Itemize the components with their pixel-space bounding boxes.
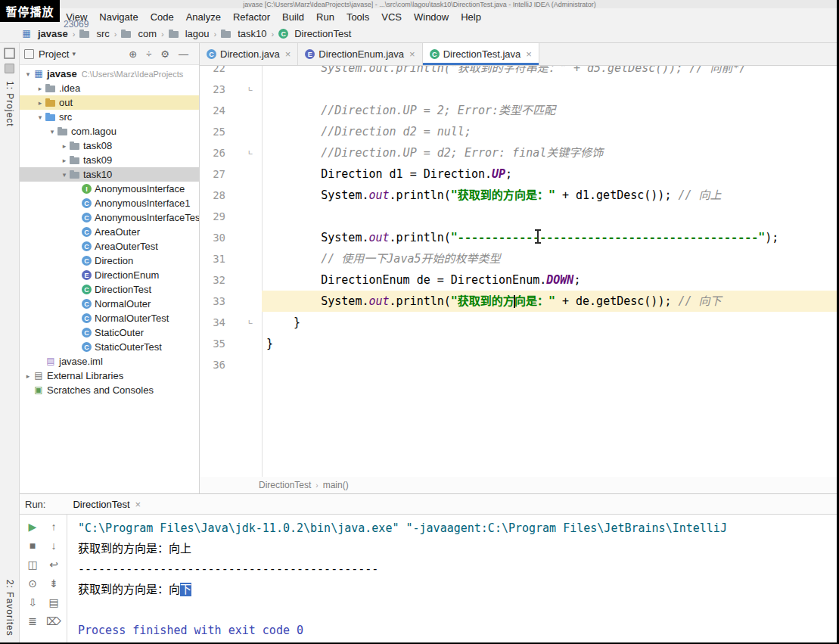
locate-file-icon[interactable]: ⊕ [129, 49, 137, 59]
editor-tab-direction-java[interactable]: CDirection.java× [200, 43, 298, 65]
menu-window[interactable]: Window [408, 11, 455, 23]
tree-item-directionenum[interactable]: EDirectionEnum [20, 268, 199, 282]
tree-item-normaloutertest[interactable]: CNormalOuterTest [20, 311, 199, 325]
chevron-down-icon[interactable]: ▾ [72, 50, 76, 58]
tree-item-anonymousinterface1[interactable]: CAnonymousInterface1 [20, 196, 199, 210]
tree-item-src[interactable]: ▾src [20, 110, 199, 124]
code-line[interactable]: 25 //Direction d2 = null; [200, 121, 839, 142]
breadcrumb-directiontest[interactable]: CDirectionTest [278, 28, 351, 39]
code-line[interactable]: 24 //Direction.UP = 2; Error:类型不匹配 [200, 100, 839, 121]
run-tab-directiontest[interactable]: DirectionTest × [68, 494, 145, 514]
code-line[interactable]: 23∟ [200, 79, 839, 100]
up-stack-trace-button[interactable]: ↑ [51, 521, 57, 533]
menu-navigate[interactable]: Navigate [93, 11, 144, 23]
run-console[interactable]: "C:\Program Files\Java\jdk-11.0.2\bin\ja… [67, 515, 839, 644]
scroll-to-end-button[interactable]: ⇟ [49, 577, 58, 590]
tree-expand-arrow-icon[interactable]: ▸ [59, 142, 70, 150]
tree-item-direction[interactable]: CDirection [20, 254, 199, 268]
tree-item-com-lagou[interactable]: ▾com.lagou [20, 124, 199, 138]
settings-gear-icon[interactable]: ⚙ [160, 49, 169, 59]
rerun-button[interactable]: ▶ [29, 521, 37, 533]
menu-build[interactable]: Build [276, 11, 310, 23]
tree-item-out[interactable]: ▸out [20, 95, 199, 110]
project-panel-title[interactable]: Project [39, 48, 69, 60]
menu-refactor[interactable]: Refactor [227, 11, 276, 23]
console-line[interactable]: "C:\Program Files\Java\jdk-11.0.2\bin\ja… [78, 518, 839, 539]
menu-analyze[interactable]: Analyze [180, 11, 227, 23]
tree-item-staticoutertest[interactable]: CStaticOuterTest [20, 340, 199, 354]
tree-item-scratches-and-consoles[interactable]: ▣Scratches and Consoles [20, 383, 199, 397]
code-line[interactable]: 26∟ //Direction.UP = d2; Error: final关键字… [200, 142, 839, 163]
close-tab-icon[interactable]: × [526, 49, 532, 59]
restore-layout-button[interactable]: ◫ [27, 558, 37, 571]
tree-item-anonymousinterfacetest[interactable]: CAnonymousInterfaceTest [20, 210, 199, 225]
tree-item-external-libraries[interactable]: ▸▤External Libraries [20, 369, 199, 383]
close-tab-icon[interactable]: × [285, 49, 291, 59]
menu-help[interactable]: Help [455, 11, 487, 23]
code-line[interactable]: 31 // 使用一下Java5开始的枚举类型 [200, 248, 839, 269]
console-line[interactable]: 获取到的方向是：向上 [78, 539, 839, 559]
print-button[interactable]: ▤ [48, 596, 58, 608]
close-tab-icon[interactable]: × [409, 49, 415, 59]
code-line[interactable]: 32 DirectionEnum de = DirectionEnum.DOWN… [200, 269, 839, 291]
tree-collapse-arrow-icon[interactable]: ▾ [59, 171, 70, 179]
tree-item-normalouter[interactable]: CNormalOuter [20, 297, 199, 311]
code-line[interactable]: 29 [200, 206, 839, 227]
code-line[interactable]: 22 System.out.println("获取到的字符串是：" + d5.g… [200, 66, 839, 79]
tree-expand-arrow-icon[interactable]: ▸ [35, 99, 45, 107]
tree-collapse-arrow-icon[interactable]: ▾ [35, 114, 45, 121]
tool-window-icon[interactable] [5, 64, 14, 73]
code-line[interactable]: 35} [200, 333, 839, 354]
soft-wrap-button[interactable]: ↩ [49, 558, 58, 571]
editor-tab-directiontest-java[interactable]: CDirectionTest.java× [423, 43, 539, 65]
breadcrumb-javase[interactable]: ▦javase [21, 28, 68, 39]
tree-expand-arrow-icon[interactable]: ▸ [35, 85, 45, 92]
code-line[interactable]: 34∟ } [200, 312, 839, 333]
down-stack-trace-button[interactable]: ↓ [51, 540, 57, 552]
tree-expand-arrow-icon[interactable]: ▸ [59, 157, 70, 164]
menu-tools[interactable]: Tools [340, 11, 375, 23]
console-line[interactable]: Process finished with exit code 0 [78, 621, 839, 641]
breadcrumb-lagou[interactable]: lagou [169, 28, 210, 39]
code-line[interactable]: 33 System.out.println("获取到的方向是：" + de.ge… [200, 291, 839, 312]
tree-item-task09[interactable]: ▸task09 [20, 153, 199, 167]
pin-tab-button[interactable]: ⊙ [28, 577, 37, 590]
tree-item-areaoutertest[interactable]: CAreaOuterTest [20, 239, 199, 254]
menu-vcs[interactable]: VCS [375, 11, 408, 23]
menu-run[interactable]: Run [310, 11, 340, 23]
console-line[interactable]: 获取到的方向是：向下 [78, 580, 839, 600]
hide-panel-icon[interactable]: — [179, 49, 188, 59]
tree-collapse-arrow-icon[interactable]: ▾ [23, 70, 33, 78]
console-line[interactable] [78, 600, 839, 621]
close-icon[interactable]: × [135, 499, 141, 510]
editor[interactable]: 22 System.out.println("获取到的字符串是：" + d5.g… [200, 66, 839, 477]
breadcrumb-src[interactable]: src [79, 28, 109, 39]
tree-expand-arrow-icon[interactable]: ▸ [23, 372, 33, 380]
breadcrumb-task10[interactable]: task10 [221, 28, 266, 39]
breadcrumb-com[interactable]: com [121, 28, 157, 39]
tree-item-staticouter[interactable]: CStaticOuter [20, 325, 199, 340]
tree-item-directiontest[interactable]: CDirectionTest [20, 282, 199, 297]
code-line[interactable]: 27 Direction d1 = Direction.UP; [200, 163, 839, 185]
menu-code[interactable]: Code [144, 11, 180, 23]
collapse-panel-button[interactable]: ⇩ [28, 596, 37, 608]
collapse-all-icon[interactable]: ÷ [146, 49, 151, 59]
tree-item-task10[interactable]: ▾task10 [20, 167, 199, 182]
console-line[interactable]: ----------------------------------------… [78, 559, 839, 580]
tree-item-javase-iml[interactable]: ▤javase.iml [20, 354, 199, 369]
tree-item-idea[interactable]: ▸.idea [20, 81, 199, 95]
tool-window-button-project[interactable]: 1: Project [5, 81, 15, 127]
tree-collapse-arrow-icon[interactable]: ▾ [47, 128, 57, 135]
clear-all-button[interactable]: ⌦ [46, 615, 61, 627]
editor-tab-directionenum-java[interactable]: EDirectionEnum.java× [298, 43, 422, 65]
tree-item-areaouter[interactable]: CAreaOuter [20, 225, 199, 239]
tree-item-anonymousinterface[interactable]: IAnonymousInterface [20, 182, 199, 196]
more-options-button[interactable]: ≣ [28, 615, 37, 627]
code-line[interactable]: 30 System.out.println("-----------------… [200, 227, 839, 248]
code-line[interactable]: 28 System.out.println("获取到的方向是：" + d1.ge… [200, 185, 839, 206]
code-line[interactable]: 36 [200, 354, 839, 375]
tool-window-button-favorites[interactable]: 2: Favorites [5, 580, 15, 636]
tool-window-icon[interactable] [4, 48, 15, 59]
editor-breadcrumb-item[interactable]: DirectionTest [259, 480, 311, 490]
editor-breadcrumb-item[interactable]: main() [323, 480, 349, 490]
